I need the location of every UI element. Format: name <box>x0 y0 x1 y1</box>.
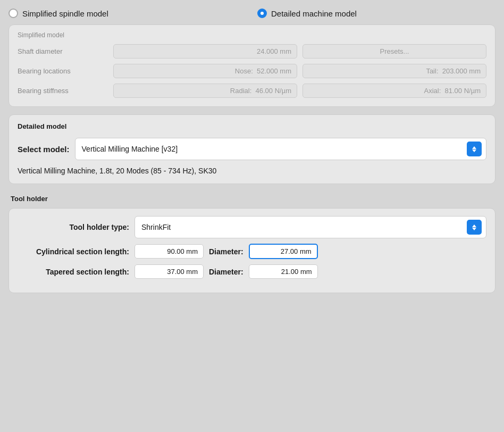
bearing-locations-row: Bearing locations <box>18 64 486 78</box>
bearing-radial-input[interactable] <box>113 84 297 98</box>
cyl-section-input[interactable] <box>135 244 204 259</box>
tapered-section-label: Tapered section length: <box>18 268 129 276</box>
tapered-section-row: Tapered section length: Diameter: <box>18 264 486 279</box>
shaft-diameter-row: Shaft diameter <box>18 44 486 59</box>
model-select-row: Select model: Vertical Milling Machine [… <box>18 138 486 160</box>
detailed-model-label: Detailed machine model <box>271 9 357 18</box>
arrow-up-icon <box>472 146 476 149</box>
presets-button[interactable] <box>303 44 486 59</box>
model-select-value: Vertical Milling Machine [v32] <box>82 145 178 153</box>
tapered-diameter-label: Diameter: <box>209 268 243 276</box>
model-selection-row: Simplified spindle model Detailed machin… <box>9 9 495 18</box>
bearing-stiffness-row: Bearing stiffness <box>18 84 486 98</box>
cyl-diameter-input[interactable] <box>249 244 318 259</box>
tapered-section-input[interactable] <box>135 264 204 279</box>
model-select-arrows[interactable] <box>467 142 482 156</box>
bearing-locations-label: Bearing locations <box>18 67 108 75</box>
toolholder-type-row: Tool holder type: ShrinkFit <box>18 216 486 238</box>
toolholder-arrow-down-icon <box>472 228 476 230</box>
shaft-diameter-label: Shaft diameter <box>18 47 108 55</box>
tapered-diameter-input[interactable] <box>249 264 318 279</box>
bearing-stiffness-label: Bearing stiffness <box>18 87 108 95</box>
model-description: Vertical Milling Machine, 1.8t, 20 Modes… <box>18 167 486 175</box>
toolholder-type-label: Tool holder type: <box>18 223 129 231</box>
toolholder-select-arrows[interactable] <box>467 220 482 235</box>
simplified-model-option[interactable]: Simplified spindle model <box>9 9 247 18</box>
toolholder-section-outer-title: Tool holder <box>9 192 495 208</box>
arrow-down-icon <box>472 149 476 152</box>
detailed-section-title: Detailed model <box>18 122 486 130</box>
select-model-label: Select model: <box>18 145 70 154</box>
detailed-radio[interactable] <box>257 9 267 18</box>
cyl-section-row: Cylindrical section length: Diameter: <box>18 244 486 259</box>
toolholder-type-select[interactable]: ShrinkFit <box>135 216 486 238</box>
simplified-model-card: Simplified model Shaft diameter Bearing … <box>9 24 495 107</box>
toolholder-card: Tool holder type: ShrinkFit Cylindrical … <box>9 208 495 293</box>
detailed-model-card: Detailed model Select model: Vertical Mi… <box>9 114 495 184</box>
toolholder-arrow-up-icon <box>472 225 476 227</box>
cyl-section-label: Cylindrical section length: <box>18 247 129 256</box>
bearing-tail-input[interactable] <box>303 64 486 78</box>
detailed-model-option[interactable]: Detailed machine model <box>247 9 495 18</box>
simplified-section-label: Simplified model <box>18 31 486 39</box>
cyl-diameter-label: Diameter: <box>209 247 243 256</box>
bearing-axial-input[interactable] <box>303 84 486 98</box>
simplified-model-label: Simplified spindle model <box>22 9 108 18</box>
model-select-control[interactable]: Vertical Milling Machine [v32] <box>75 138 486 160</box>
simplified-radio[interactable] <box>9 9 18 18</box>
toolholder-type-value: ShrinkFit <box>141 223 171 231</box>
bearing-nose-input[interactable] <box>113 64 297 78</box>
shaft-diameter-input[interactable] <box>113 44 297 59</box>
